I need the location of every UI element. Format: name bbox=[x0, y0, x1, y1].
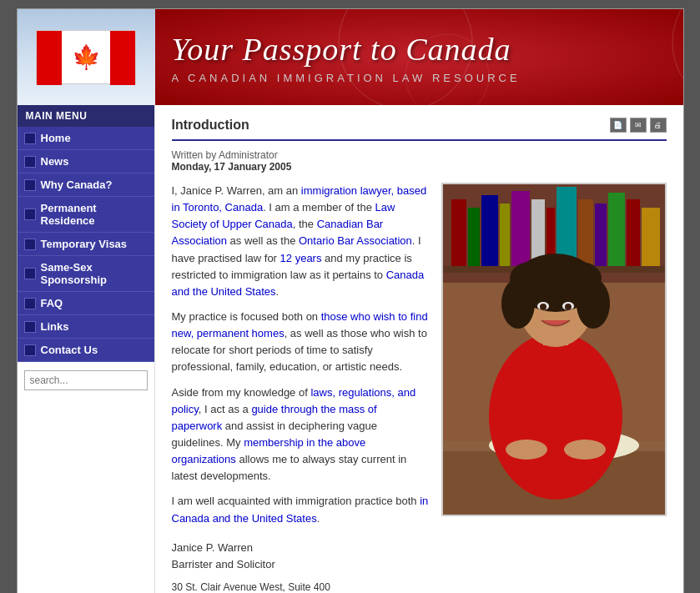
article-paragraph-4: I am well acquainted with immigration pr… bbox=[172, 493, 429, 526]
email-icon[interactable]: ✉ bbox=[630, 118, 647, 133]
sidebar-item-perm-res-label: Permanent Residence bbox=[41, 202, 148, 227]
sidebar: MAIN MENU Home News Why Canada? Permanen… bbox=[18, 105, 155, 593]
sidebar-item-same-sex-label: Same-Sex Sponsorship bbox=[41, 261, 148, 286]
author-photo-svg bbox=[443, 183, 665, 516]
guide-link[interactable]: guide through the mass of paperwork bbox=[172, 403, 377, 432]
svg-point-27 bbox=[560, 262, 602, 295]
pdf-icon[interactable]: 📄 bbox=[610, 118, 627, 133]
sidebar-item-same-sex-sponsorship[interactable]: Same-Sex Sponsorship bbox=[18, 256, 154, 292]
svg-rect-13 bbox=[627, 199, 640, 266]
article-photo bbox=[441, 183, 667, 516]
news-menu-icon bbox=[24, 156, 36, 168]
temp-visas-menu-icon bbox=[24, 239, 36, 250]
sidebar-item-home[interactable]: Home bbox=[18, 127, 154, 150]
email-icon-symbol: ✉ bbox=[635, 121, 642, 129]
svg-rect-2 bbox=[451, 199, 466, 266]
site-subtitle: A Canadian Immigration Law Resource bbox=[172, 72, 667, 84]
page-wrapper: 🍁 Your Passport to Canada A Canadian Imm… bbox=[17, 8, 684, 593]
menu-header: MAIN MENU bbox=[18, 105, 154, 127]
sidebar-item-news[interactable]: News bbox=[18, 150, 154, 173]
why-canada-menu-icon bbox=[24, 179, 36, 191]
flag-right-band bbox=[110, 31, 135, 85]
sidebar-item-news-label: News bbox=[41, 155, 69, 168]
canadian-flag: 🍁 bbox=[36, 30, 136, 84]
sidebar-item-faq-label: FAQ bbox=[41, 297, 63, 309]
membership-link[interactable]: membership in the above organizations bbox=[172, 436, 366, 465]
sidebar-item-links-label: Links bbox=[41, 320, 69, 333]
article-icons: 📄 ✉ 🖨 bbox=[610, 118, 667, 133]
sidebar-item-contact-us[interactable]: Contact Us bbox=[18, 339, 154, 362]
sidebar-item-temp-visas-label: Temporary Visas bbox=[41, 238, 128, 250]
article-paragraph-3: Aside from my knowledge of laws, regulat… bbox=[172, 384, 429, 485]
links-menu-icon bbox=[24, 321, 36, 333]
same-sex-menu-icon bbox=[24, 268, 36, 279]
article-body: I, Janice P. Warren, am an immigration l… bbox=[172, 183, 667, 593]
article-author: Written by Administrator bbox=[172, 149, 278, 161]
sidebar-item-faq[interactable]: FAQ bbox=[18, 292, 154, 315]
sidebar-item-why-canada-label: Why Canada? bbox=[41, 178, 113, 191]
article-paragraph-1: I, Janice P. Warren, am an immigration l… bbox=[172, 183, 429, 300]
contact-block: 30 St. Clair Avenue West, Suite 400 Toro… bbox=[172, 580, 429, 593]
article-header: Introduction 📄 ✉ 🖨 bbox=[172, 118, 667, 141]
ontario-bar-link[interactable]: Ontario Bar Association bbox=[299, 234, 412, 247]
sidebar-item-permanent-residence[interactable]: Permanent Residence bbox=[18, 197, 154, 233]
svg-point-26 bbox=[510, 262, 551, 295]
svg-rect-6 bbox=[511, 191, 530, 266]
svg-point-32 bbox=[506, 440, 547, 460]
contact-address1: 30 St. Clair Avenue West, Suite 400 bbox=[172, 580, 429, 593]
svg-rect-3 bbox=[468, 208, 480, 266]
sidebar-item-why-canada[interactable]: Why Canada? bbox=[18, 173, 154, 197]
svg-point-20 bbox=[489, 333, 622, 500]
svg-point-33 bbox=[564, 440, 606, 460]
search-input[interactable] bbox=[24, 370, 148, 390]
signature-name: Janice P. Warren bbox=[172, 540, 429, 556]
sidebar-item-temporary-visas[interactable]: Temporary Visas bbox=[18, 233, 154, 256]
pdf-icon-symbol: 📄 bbox=[613, 121, 622, 129]
search-box bbox=[18, 362, 154, 399]
signature-title: Barrister and Solicitor bbox=[172, 556, 429, 573]
content-area: MAIN MENU Home News Why Canada? Permanen… bbox=[18, 105, 683, 593]
canada-link[interactable]: Canada and the United States bbox=[172, 269, 425, 298]
print-icon-symbol: 🖨 bbox=[654, 121, 662, 129]
svg-rect-11 bbox=[595, 204, 607, 266]
header-flag: 🍁 bbox=[18, 9, 155, 105]
article-meta: Written by Administrator Monday, 17 Janu… bbox=[172, 149, 667, 173]
main-content: Introduction 📄 ✉ 🖨 Written by Administra… bbox=[155, 105, 683, 593]
sidebar-item-links[interactable]: Links bbox=[18, 315, 154, 339]
svg-rect-10 bbox=[578, 199, 593, 266]
those-who-link[interactable]: those who wish to find new, permanent ho… bbox=[172, 310, 428, 339]
sidebar-item-contact-us-label: Contact Us bbox=[41, 344, 98, 356]
article-text: I, Janice P. Warren, am an immigration l… bbox=[172, 183, 429, 593]
signature-block: Janice P. Warren Barrister and Solicitor bbox=[172, 540, 429, 573]
12-years-link[interactable]: 12 years bbox=[280, 252, 322, 264]
maple-leaf-icon: 🍁 bbox=[72, 46, 101, 69]
header-text-area: Your Passport to Canada A Canadian Immig… bbox=[155, 9, 683, 105]
site-title: Your Passport to Canada bbox=[172, 31, 667, 68]
flag-center: 🍁 bbox=[62, 31, 110, 83]
sidebar-item-home-label: Home bbox=[41, 132, 71, 144]
svg-rect-12 bbox=[608, 193, 625, 266]
faq-menu-icon bbox=[24, 298, 36, 309]
svg-point-30 bbox=[540, 304, 546, 310]
flag-left-band bbox=[37, 31, 62, 85]
svg-rect-5 bbox=[500, 204, 510, 266]
perm-res-menu-icon bbox=[24, 209, 36, 220]
article-date: Monday, 17 January 2005 bbox=[172, 161, 292, 173]
print-icon[interactable]: 🖨 bbox=[650, 118, 667, 133]
svg-point-31 bbox=[565, 304, 572, 310]
article-title: Introduction bbox=[172, 118, 249, 133]
article-paragraph-2: My practice is focused both on those who… bbox=[172, 309, 429, 376]
both-countries-link[interactable]: in Canada and the United States bbox=[172, 495, 429, 524]
svg-rect-14 bbox=[642, 208, 660, 266]
svg-rect-4 bbox=[481, 195, 498, 266]
contact-menu-icon bbox=[24, 344, 36, 356]
site-header: 🍁 Your Passport to Canada A Canadian Imm… bbox=[18, 9, 683, 105]
home-menu-icon bbox=[24, 133, 36, 144]
